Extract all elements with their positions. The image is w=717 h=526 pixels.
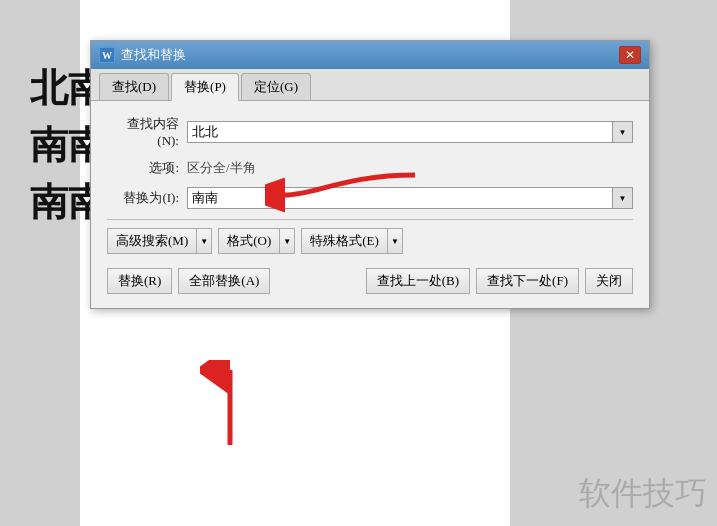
- advanced-search-split-button: 高级搜索(M) ▼: [107, 228, 212, 254]
- replace-all-button[interactable]: 全部替换(A): [178, 268, 270, 294]
- advanced-search-button[interactable]: 高级搜索(M): [107, 228, 196, 254]
- search-dropdown-arrow[interactable]: ▼: [613, 121, 633, 143]
- dialog-tabs: 查找(D) 替换(P) 定位(G): [91, 69, 649, 101]
- dialog-content: 查找内容(N): ▼ 选项: 区分全/半角 替换为(I): ▼ 高级搜索(M) …: [91, 101, 649, 308]
- special-arrow[interactable]: ▼: [387, 228, 403, 254]
- special-button[interactable]: 特殊格式(E): [301, 228, 387, 254]
- divider: [107, 219, 633, 220]
- replace-dropdown-arrow[interactable]: ▼: [613, 187, 633, 209]
- replace-label: 替换为(I):: [107, 189, 187, 207]
- replace-input-wrapper: ▼: [187, 187, 633, 209]
- close-dialog-button[interactable]: 关闭: [585, 268, 633, 294]
- bottom-buttons-row: 替换(R) 全部替换(A) 查找上一处(B) 查找下一处(F) 关闭: [107, 268, 633, 294]
- dialog-titlebar: W 查找和替换 ✕: [91, 41, 649, 69]
- tab-goto[interactable]: 定位(G): [241, 73, 311, 100]
- replace-row: 替换为(I): ▼: [107, 187, 633, 209]
- replace-button[interactable]: 替换(R): [107, 268, 172, 294]
- advanced-search-arrow[interactable]: ▼: [196, 228, 212, 254]
- advanced-buttons-row: 高级搜索(M) ▼ 格式(O) ▼ 特殊格式(E) ▼: [107, 228, 633, 254]
- bottom-left-buttons: 替换(R) 全部替换(A): [107, 268, 270, 294]
- special-split-button: 特殊格式(E) ▼: [301, 228, 403, 254]
- dialog-title: 查找和替换: [121, 46, 619, 64]
- tab-replace[interactable]: 替换(P): [171, 73, 239, 101]
- search-input-wrapper: ▼: [187, 121, 633, 143]
- app-icon: W: [99, 47, 115, 63]
- format-split-button: 格式(O) ▼: [218, 228, 295, 254]
- options-value: 区分全/半角: [187, 159, 256, 177]
- format-button[interactable]: 格式(O): [218, 228, 279, 254]
- search-input[interactable]: [187, 121, 613, 143]
- tab-find[interactable]: 查找(D): [99, 73, 169, 100]
- bottom-right-buttons: 查找上一处(B) 查找下一处(F) 关闭: [366, 268, 633, 294]
- find-next-button[interactable]: 查找下一处(F): [476, 268, 579, 294]
- search-row: 查找内容(N): ▼: [107, 115, 633, 149]
- options-label: 选项:: [107, 159, 187, 177]
- watermark: 软件技巧: [579, 472, 707, 516]
- replace-input[interactable]: [187, 187, 613, 209]
- close-button[interactable]: ✕: [619, 46, 641, 64]
- search-label: 查找内容(N):: [107, 115, 187, 149]
- format-arrow[interactable]: ▼: [279, 228, 295, 254]
- find-replace-dialog: W 查找和替换 ✕ 查找(D) 替换(P) 定位(G) 查找内容(N): ▼ 选…: [90, 40, 650, 309]
- find-prev-button[interactable]: 查找上一处(B): [366, 268, 470, 294]
- options-row: 选项: 区分全/半角: [107, 159, 633, 177]
